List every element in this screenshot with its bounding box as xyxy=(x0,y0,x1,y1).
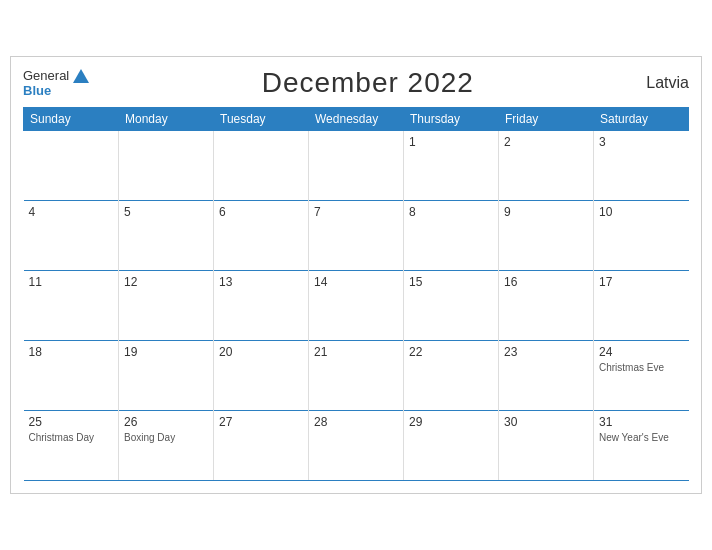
weekday-header-monday: Monday xyxy=(119,108,214,131)
calendar-cell: 5 xyxy=(119,201,214,271)
logo-triangle-icon xyxy=(73,69,89,83)
day-number: 17 xyxy=(599,275,684,289)
week-row-1: 123 xyxy=(24,131,689,201)
day-number: 18 xyxy=(29,345,114,359)
calendar-cell: 20 xyxy=(214,341,309,411)
calendar-cell: 9 xyxy=(499,201,594,271)
day-number: 11 xyxy=(29,275,114,289)
day-number: 8 xyxy=(409,205,493,219)
calendar-cell xyxy=(24,131,119,201)
calendar-header: General Blue December 2022 Latvia xyxy=(23,67,689,99)
day-number: 27 xyxy=(219,415,303,429)
logo: General Blue xyxy=(23,68,89,98)
day-number: 9 xyxy=(504,205,588,219)
calendar-cell: 23 xyxy=(499,341,594,411)
calendar-cell: 7 xyxy=(309,201,404,271)
calendar-cell: 10 xyxy=(594,201,689,271)
day-number: 13 xyxy=(219,275,303,289)
calendar-cell: 26Boxing Day xyxy=(119,411,214,481)
week-row-5: 25Christmas Day26Boxing Day2728293031New… xyxy=(24,411,689,481)
calendar-cell: 3 xyxy=(594,131,689,201)
calendar-cell: 21 xyxy=(309,341,404,411)
holiday-name: Christmas Day xyxy=(29,431,114,444)
calendar-cell: 31New Year's Eve xyxy=(594,411,689,481)
calendar-cell: 13 xyxy=(214,271,309,341)
day-number: 1 xyxy=(409,135,493,149)
day-number: 29 xyxy=(409,415,493,429)
calendar-cell: 16 xyxy=(499,271,594,341)
logo-general-text: General xyxy=(23,68,69,83)
calendar-cell: 27 xyxy=(214,411,309,481)
day-number: 26 xyxy=(124,415,208,429)
calendar-cell: 30 xyxy=(499,411,594,481)
holiday-name: Boxing Day xyxy=(124,431,208,444)
week-row-2: 45678910 xyxy=(24,201,689,271)
country-label: Latvia xyxy=(646,74,689,92)
logo-blue-text: Blue xyxy=(23,83,51,98)
week-row-4: 18192021222324Christmas Eve xyxy=(24,341,689,411)
day-number: 20 xyxy=(219,345,303,359)
calendar-cell: 19 xyxy=(119,341,214,411)
calendar-cell: 17 xyxy=(594,271,689,341)
calendar-cell: 18 xyxy=(24,341,119,411)
day-number: 16 xyxy=(504,275,588,289)
day-number: 25 xyxy=(29,415,114,429)
calendar-cell: 14 xyxy=(309,271,404,341)
month-title: December 2022 xyxy=(262,67,474,99)
calendar-cell: 12 xyxy=(119,271,214,341)
weekday-header-thursday: Thursday xyxy=(404,108,499,131)
day-number: 23 xyxy=(504,345,588,359)
day-number: 24 xyxy=(599,345,684,359)
day-number: 4 xyxy=(29,205,114,219)
day-number: 31 xyxy=(599,415,684,429)
day-number: 7 xyxy=(314,205,398,219)
calendar-cell: 15 xyxy=(404,271,499,341)
calendar-cell: 11 xyxy=(24,271,119,341)
calendar-cell: 24Christmas Eve xyxy=(594,341,689,411)
weekday-header-friday: Friday xyxy=(499,108,594,131)
day-number: 14 xyxy=(314,275,398,289)
day-number: 10 xyxy=(599,205,684,219)
calendar-cell: 4 xyxy=(24,201,119,271)
day-number: 30 xyxy=(504,415,588,429)
calendar-cell: 1 xyxy=(404,131,499,201)
week-row-3: 11121314151617 xyxy=(24,271,689,341)
holiday-name: Christmas Eve xyxy=(599,361,684,374)
calendar-table: SundayMondayTuesdayWednesdayThursdayFrid… xyxy=(23,107,689,481)
day-number: 2 xyxy=(504,135,588,149)
calendar-cell: 25Christmas Day xyxy=(24,411,119,481)
day-number: 19 xyxy=(124,345,208,359)
calendar-cell: 2 xyxy=(499,131,594,201)
day-number: 5 xyxy=(124,205,208,219)
calendar-cell: 22 xyxy=(404,341,499,411)
weekday-header-tuesday: Tuesday xyxy=(214,108,309,131)
day-number: 3 xyxy=(599,135,684,149)
calendar-cell: 6 xyxy=(214,201,309,271)
weekday-header-saturday: Saturday xyxy=(594,108,689,131)
calendar-cell xyxy=(214,131,309,201)
day-number: 22 xyxy=(409,345,493,359)
calendar-cell: 28 xyxy=(309,411,404,481)
calendar-cell: 8 xyxy=(404,201,499,271)
calendar-cell xyxy=(309,131,404,201)
calendar-container: General Blue December 2022 Latvia Sunday… xyxy=(10,56,702,494)
calendar-cell xyxy=(119,131,214,201)
day-number: 6 xyxy=(219,205,303,219)
weekday-header-row: SundayMondayTuesdayWednesdayThursdayFrid… xyxy=(24,108,689,131)
day-number: 15 xyxy=(409,275,493,289)
weekday-header-wednesday: Wednesday xyxy=(309,108,404,131)
calendar-cell: 29 xyxy=(404,411,499,481)
weekday-header-sunday: Sunday xyxy=(24,108,119,131)
day-number: 12 xyxy=(124,275,208,289)
day-number: 28 xyxy=(314,415,398,429)
holiday-name: New Year's Eve xyxy=(599,431,684,444)
day-number: 21 xyxy=(314,345,398,359)
